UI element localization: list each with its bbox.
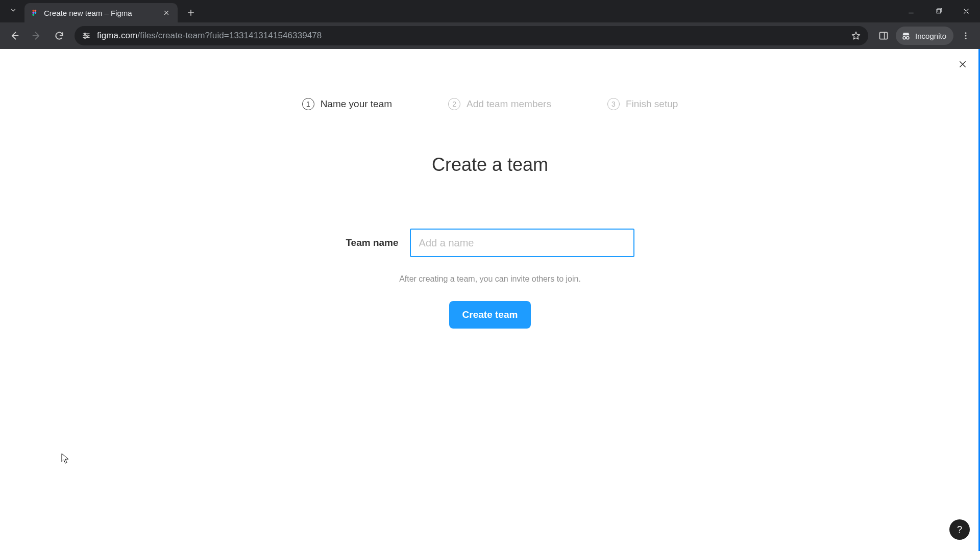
- step-label: Add team members: [467, 98, 551, 110]
- new-tab-button[interactable]: [183, 5, 199, 21]
- svg-point-8: [87, 35, 88, 37]
- incognito-label: Incognito: [915, 32, 946, 40]
- team-name-input[interactable]: [410, 229, 634, 257]
- tab-strip: Create new team – Figma: [0, 0, 199, 22]
- modal-close-button[interactable]: [954, 56, 971, 72]
- url-path: /files/create-team?fuid=1331413141546339…: [137, 31, 322, 40]
- team-name-row: Team name: [0, 229, 980, 257]
- site-settings-icon[interactable]: [82, 31, 91, 40]
- svg-point-12: [906, 37, 909, 39]
- step-add-members: 2 Add team members: [448, 98, 551, 110]
- stepper: 1 Name your team 2 Add team members 3 Fi…: [0, 49, 980, 110]
- step-label: Finish setup: [626, 98, 678, 110]
- svg-point-11: [903, 37, 905, 39]
- cursor-icon: [61, 453, 69, 464]
- figma-favicon-icon: [31, 9, 39, 17]
- help-button[interactable]: ?: [949, 519, 970, 540]
- nav-reload-button[interactable]: [49, 26, 69, 46]
- svg-point-7: [84, 33, 86, 35]
- step-number-icon: 1: [302, 98, 314, 110]
- window-maximize-button[interactable]: [925, 2, 952, 20]
- step-number-icon: 2: [448, 98, 460, 110]
- side-panel-button[interactable]: [873, 26, 894, 46]
- svg-point-14: [965, 35, 967, 37]
- browser-toolbar: figma.com/files/create-team?fuid=1331413…: [0, 22, 980, 49]
- address-bar[interactable]: figma.com/files/create-team?fuid=1331413…: [75, 26, 868, 45]
- browser-titlebar: Create new team – Figma: [0, 0, 980, 22]
- url-host: figma.com: [97, 31, 137, 40]
- svg-point-3: [34, 12, 36, 14]
- svg-point-2: [32, 12, 34, 14]
- svg-point-9: [84, 37, 86, 38]
- window-close-button[interactable]: [952, 2, 980, 20]
- svg-rect-10: [880, 32, 888, 39]
- svg-point-15: [965, 38, 967, 39]
- page-title: Create a team: [0, 154, 980, 176]
- svg-point-1: [34, 10, 36, 12]
- svg-point-0: [32, 10, 34, 12]
- tab-close-button[interactable]: [161, 8, 172, 18]
- team-name-label: Team name: [346, 237, 398, 248]
- nav-forward-button[interactable]: [27, 26, 47, 46]
- bookmark-icon[interactable]: [851, 31, 861, 41]
- svg-point-13: [965, 32, 967, 34]
- window-minimize-button[interactable]: [897, 2, 925, 20]
- step-name-team: 1 Name your team: [302, 98, 392, 110]
- step-finish: 3 Finish setup: [607, 98, 678, 110]
- page-viewport: 1 Name your team 2 Add team members 3 Fi…: [0, 49, 980, 551]
- svg-point-4: [32, 14, 34, 16]
- incognito-icon: [901, 31, 911, 41]
- tabs-dropdown-button[interactable]: [5, 2, 21, 18]
- browser-menu-button[interactable]: [955, 26, 976, 46]
- incognito-indicator[interactable]: Incognito: [896, 27, 953, 45]
- url-text: figma.com/files/create-team?fuid=1331413…: [97, 31, 322, 41]
- window-controls: [897, 0, 980, 22]
- browser-tab[interactable]: Create new team – Figma: [24, 3, 178, 22]
- svg-rect-6: [938, 8, 942, 12]
- create-team-button[interactable]: Create team: [449, 301, 531, 329]
- tab-title: Create new team – Figma: [44, 9, 156, 17]
- nav-back-button[interactable]: [4, 26, 24, 46]
- step-number-icon: 3: [607, 98, 620, 110]
- step-label: Name your team: [321, 98, 392, 110]
- svg-rect-5: [937, 9, 941, 13]
- hint-text: After creating a team, you can invite ot…: [0, 274, 980, 284]
